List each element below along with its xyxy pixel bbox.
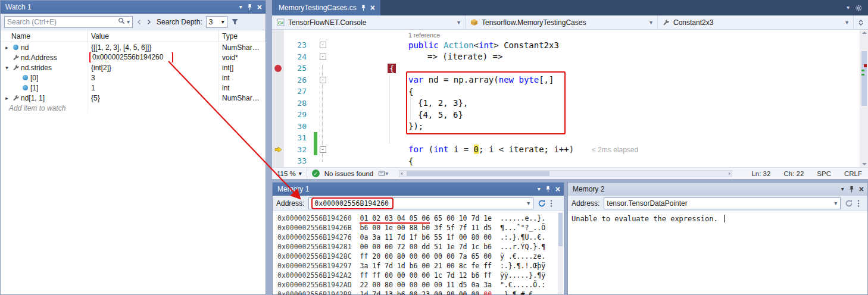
code-line[interactable]: 32-for (int i = 0; i < iterate; i++)≤ 2m… [272,144,868,156]
status-spaces-mode[interactable]: SPC [817,170,831,177]
chevron-down-icon[interactable]: ▾ [831,200,840,206]
memory2-address-input[interactable]: tensor.TensorDataPointer ▾ [604,197,841,209]
memory-row: 0x000002556B194276 0a 3a 11 7d 1f b6 55 … [277,233,564,242]
code-editor[interactable]: 1 reference23-public Action<int> Constan… [272,30,868,167]
pin-icon[interactable] [361,4,366,11]
refresh-icon[interactable] [538,199,546,208]
watch-search-input[interactable]: Search (Ctrl+E) ▾ [4,16,133,28]
column-header-name[interactable]: Name [1,30,88,42]
scrollbar-thumb[interactable] [558,213,563,246]
split-window-icon[interactable] [854,15,868,29]
perf-tip[interactable]: ≤ 2ms elapsed [592,146,638,154]
toolbar-overflow-icon[interactable] [550,199,552,208]
pin-icon[interactable] [849,186,854,193]
code-line[interactable]: 24-=> (iterate) => [272,51,868,63]
watch-row[interactable]: ▾nd.strides{int[2]}int[] [1,62,266,73]
issues-filter-icon[interactable]: ▾ [378,170,388,177]
nav-member-dropdown[interactable]: Constant2x3 ▾ [658,15,854,29]
pin-icon[interactable] [247,4,252,11]
fold-collapse-icon[interactable]: - [320,77,326,83]
watch-row[interactable]: ▸nd{[[1, 2, 3], [4, 5, 6]]}NumShar… [1,42,266,52]
memory1-titlebar[interactable]: Memory 1 ▾ × [273,183,564,196]
close-icon[interactable]: × [257,3,262,11]
code-line[interactable]: 27{ [272,86,868,98]
fold-collapse-icon[interactable]: - [320,42,326,48]
health-check-icon[interactable]: ✓ [312,170,320,177]
memory-dump[interactable]: 0x000002556B194260 01 02 03 04 05 06 65 … [273,211,564,295]
window-position-icon[interactable]: ▾ [841,186,844,192]
column-header-value[interactable]: Value [88,30,219,42]
codelens-references[interactable]: 1 reference [408,32,440,39]
filter-icon[interactable] [231,18,239,26]
search-prev-icon[interactable] [136,19,142,25]
fold-collapse-icon[interactable]: - [320,54,326,60]
watch-name: [0] [30,74,38,82]
tab-memorytestingcases[interactable]: MemoryTestingCases.cs × [272,0,380,15]
breakpoint-icon[interactable] [274,65,282,72]
memory2-titlebar[interactable]: Memory 2 ▾ × [568,183,867,196]
watch-value: 1 [91,84,95,92]
close-icon[interactable]: × [555,185,560,193]
tab-title: MemoryTestingCases.cs [279,4,357,12]
code-line[interactable]: 30}); [272,121,868,133]
close-icon[interactable]: × [859,185,864,193]
watch-row[interactable]: [1]1int [1,83,266,93]
fold-collapse-icon[interactable]: - [320,146,326,153]
memory-bytes: 0a 3a 11 7d 1f b6 55 1f 00 80 00 [360,233,492,241]
watch-titlebar[interactable]: Watch 1 ▾ × [1,1,266,14]
line-number: 25 [284,64,314,73]
expander-icon[interactable]: ▸ [3,45,11,51]
scrollbar-thumb[interactable] [861,51,867,106]
line-number: 32 [284,145,314,154]
nav-project-dropdown[interactable]: C# TensorFlowNET.Console ▾ [272,15,466,29]
watch-add-row[interactable]: Add item to watch [1,103,266,113]
memory-address: 0x000002556B194297 [277,262,352,270]
scrollbar-thumb[interactable] [407,171,549,176]
toolbar-overflow-icon[interactable] [857,199,860,208]
pin-icon[interactable] [545,186,551,193]
memory2-content[interactable]: Unable to evaluate the expression. [568,211,867,227]
memory-row: 0x000002556B1942B8 1d 7d 13 b6 00 23 00 … [277,290,564,295]
scroll-left-icon[interactable] [401,172,402,175]
watch-row[interactable]: ▸nd[1, 1]{5}NumShar… [1,93,266,103]
scroll-up-icon[interactable] [862,32,867,34]
code-line[interactable]: 33{ [272,155,868,167]
memory-row: 0x000002556B19426B b6 00 1e 00 88 b0 3f … [277,223,564,233]
status-line-endings[interactable]: CRLF [844,170,862,177]
expander-icon[interactable]: ▸ [3,95,11,101]
search-next-icon[interactable] [146,19,152,25]
horizontal-scrollbar[interactable] [399,170,732,177]
vertical-scrollbar[interactable] [860,30,868,167]
issues-label[interactable]: No issues found [324,170,373,177]
gear-icon[interactable] [855,4,863,12]
memory-ascii: ......e..}. [492,214,545,222]
close-icon[interactable]: × [370,4,375,12]
memory-address: 0x000002556B1942AD [277,281,352,289]
window-position-icon[interactable]: ▾ [239,4,242,10]
code-line[interactable]: 23-public Action<int> Constant2x3 [272,39,868,51]
search-icon[interactable] [118,17,125,26]
refresh-icon[interactable] [845,199,853,208]
code-line[interactable]: 29{4, 5, 6} [272,109,868,121]
window-position-icon[interactable]: ▾ [538,186,541,192]
memory1-scrollbar[interactable] [558,212,563,294]
watch-row[interactable]: [0]3int [1,73,266,83]
search-depth-dropdown[interactable]: 3 ▾ [206,16,227,28]
zoom-dropdown[interactable]: 115 % ▾ [277,168,307,179]
field-icon [11,45,21,50]
scroll-down-icon[interactable] [862,163,867,165]
chevron-down-icon[interactable]: ▾ [127,19,130,25]
code-line[interactable]: 26-var nd = np.array(new byte[,] [272,74,868,86]
code-line[interactable]: 28{1, 2, 3}, [272,98,868,109]
memory-address: 0x000002556B1942A2 [277,271,352,280]
memory1-address-input[interactable]: 0x000002556B194260 ▾ [308,197,533,209]
column-header-type[interactable]: Type [219,30,266,42]
scroll-right-icon[interactable] [729,172,730,175]
code-line[interactable]: 25{ [272,62,868,74]
expander-icon[interactable]: ▾ [3,65,11,71]
watch-row[interactable]: nd.Address0x000002556b194260void* [1,52,266,62]
tab-list-chevron-icon[interactable]: ▾ [847,5,850,11]
nav-type-dropdown[interactable]: Tensorflow.MemoryTestingCases ▾ [466,15,658,29]
chevron-down-icon[interactable]: ▾ [524,200,533,206]
code-line[interactable]: 31 [272,132,868,144]
